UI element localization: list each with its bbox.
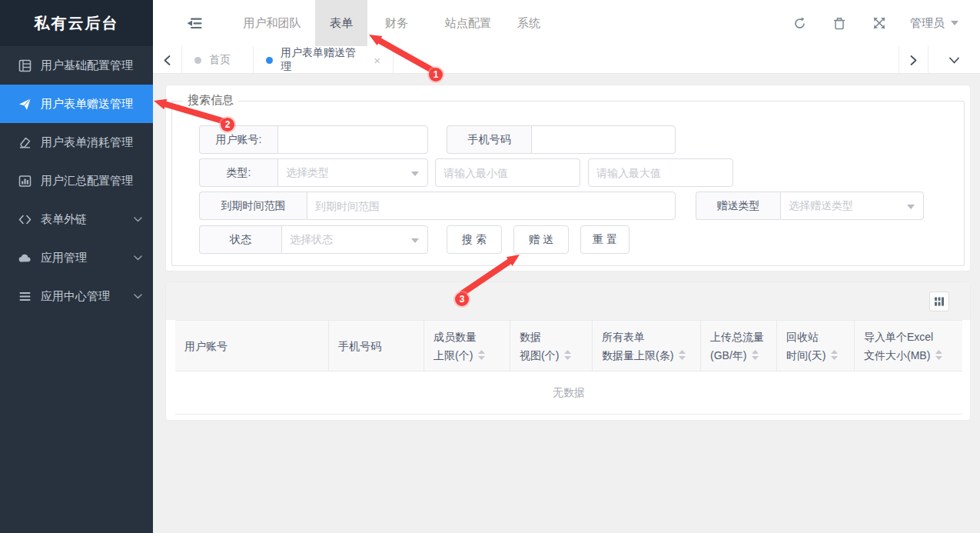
chevron-down-icon (411, 172, 419, 176)
search-fieldset: 搜索信息 用户账号: 手机号码 类型: 选择类型 (171, 101, 965, 266)
chevron-down-icon (411, 238, 419, 243)
sort-icon[interactable] (679, 350, 686, 360)
app-logo: 私有云后台 (0, 0, 153, 46)
nav-label: 系统 (517, 16, 540, 31)
chevron-left-icon (164, 55, 171, 65)
expire-range-input-wrap (307, 192, 676, 220)
sidebar-item-label: 用户表单赠送管理 (41, 97, 133, 112)
nav-item-system[interactable]: 系统 (505, 0, 553, 46)
sort-icon[interactable] (478, 350, 485, 360)
column-subtitle: 视图(个) (520, 346, 559, 365)
menu-fold-icon (187, 18, 202, 29)
trash-button[interactable] (819, 0, 859, 46)
phone-input-wrap (531, 125, 676, 154)
tab-label: 用户表单赠送管理 (281, 46, 364, 74)
tab-home[interactable]: 首页 (182, 46, 254, 74)
tabs-scroll-left-button[interactable] (153, 46, 182, 74)
chevron-down-icon (134, 255, 142, 261)
column-title: 上传总流量 (710, 328, 773, 346)
sidebar-item-user-form-gift[interactable]: 用户表单赠送管理 (0, 85, 153, 123)
column-subtitle: 上限(个) (434, 346, 473, 365)
tabs-scroll-right-button[interactable] (899, 46, 928, 74)
nav-label: 表单 (330, 16, 353, 31)
empty-table-message: 无数据 (175, 371, 962, 415)
code-brackets-icon (18, 213, 32, 226)
phone-label: 手机号码 (447, 125, 531, 154)
nav-item-site-config[interactable]: 站点配置 (434, 0, 503, 46)
sidebar-item-app-center-management[interactable]: 应用中心管理 (0, 277, 153, 315)
search-legend: 搜索信息 (183, 93, 238, 108)
sort-icon[interactable] (752, 350, 759, 360)
tab-user-form-gift[interactable]: 用户表单赠送管理 × (254, 46, 394, 74)
nav-item-users-teams[interactable]: 用户和团队 (230, 0, 314, 46)
cloud-icon (18, 252, 32, 265)
account-input[interactable] (278, 126, 427, 153)
column-header-forms-data-limit: 所有表单 数据量上限(条) (593, 321, 701, 371)
column-header-excel-size: 导入单个Excel 文件大小(MB) (855, 321, 962, 371)
result-table-panel: 用户账号 手机号码 成员数量 上限(个) 数据 视图(个) 所有表单 (165, 281, 971, 421)
type-select[interactable]: 选择类型 (277, 158, 428, 187)
type-label: 类型: (199, 158, 277, 187)
sort-icon[interactable] (831, 350, 838, 360)
column-header-recycle-days: 回收站 时间(天) (777, 321, 855, 371)
sidebar-item-form-external-link[interactable]: 表单外链 (0, 200, 153, 238)
gift-button[interactable]: 赠 送 (513, 225, 569, 254)
sidebar-item-label: 应用中心管理 (41, 289, 110, 304)
fullscreen-button[interactable] (859, 0, 899, 46)
gift-type-select[interactable]: 选择赠送类型 (780, 192, 924, 220)
sidebar-item-label: 表单外链 (41, 212, 87, 227)
reset-button[interactable]: 重 置 (580, 225, 630, 254)
sort-icon[interactable] (564, 350, 571, 360)
expire-range-input[interactable] (307, 192, 675, 219)
sidebar-item-label: 用户表单消耗管理 (41, 135, 133, 150)
trash-icon (833, 17, 845, 30)
column-title: 回收站 (786, 328, 851, 346)
sidebar-item-user-form-consume[interactable]: 用户表单消耗管理 (0, 123, 153, 162)
tab-status-dot (194, 57, 201, 64)
header-actions: 管理员 (779, 0, 980, 46)
column-title: 数据 (520, 328, 589, 346)
menu-lines-icon (18, 290, 32, 303)
column-subtitle: (GB/年) (710, 346, 746, 365)
max-value-input-wrap (588, 158, 733, 187)
gift-type-field-group: 赠送类型 选择赠送类型 (696, 192, 924, 220)
column-subtitle: 文件大小(MB) (864, 346, 930, 365)
eraser-icon (18, 136, 32, 149)
nav-item-forms[interactable]: 表单 (315, 0, 367, 46)
sidebar-item-user-summary-config[interactable]: 用户汇总配置管理 (0, 162, 153, 200)
max-value-input[interactable] (589, 159, 733, 186)
min-value-input[interactable] (436, 159, 580, 186)
sidebar-collapse-button[interactable] (179, 0, 210, 46)
admin-menu[interactable]: 管理员 (899, 0, 980, 46)
refresh-icon (793, 17, 806, 30)
close-icon[interactable]: × (374, 55, 380, 66)
column-header-member-limit: 成员数量 上限(个) (424, 321, 510, 371)
sidebar: 私有云后台 用户基础配置管理 用户表单赠送管理 用户表单消耗管理 (0, 0, 153, 533)
sidebar-item-user-base-config[interactable]: 用户基础配置管理 (0, 46, 153, 85)
column-header-account: 用户账号 (175, 321, 329, 371)
status-select[interactable]: 选择状态 (281, 225, 428, 254)
column-header-phone: 手机号码 (329, 321, 424, 371)
gift-type-select-placeholder: 选择赠送类型 (789, 199, 853, 213)
type-select-placeholder: 选择类型 (286, 166, 329, 180)
expire-range-label: 到期时间范围 (199, 192, 307, 220)
phone-field-group: 手机号码 (447, 125, 676, 154)
columns-icon (934, 296, 945, 307)
nav-item-finance[interactable]: 财务 (373, 0, 420, 46)
paper-plane-icon (18, 98, 32, 111)
phone-input[interactable] (532, 126, 675, 153)
tabs-menu-button[interactable] (928, 46, 980, 74)
chevron-down-icon (949, 57, 959, 64)
table-toolbar (166, 282, 970, 320)
status-label: 状态 (199, 225, 281, 254)
column-settings-button[interactable] (929, 291, 949, 311)
column-title: 手机号码 (338, 337, 420, 355)
ledger-grid-icon (18, 59, 32, 72)
sort-icon[interactable] (935, 350, 942, 360)
sidebar-item-app-management[interactable]: 应用管理 (0, 238, 153, 277)
refresh-button[interactable] (779, 0, 819, 46)
status-field-group: 状态 选择状态 (199, 225, 428, 254)
column-title: 所有表单 (602, 328, 697, 346)
search-button[interactable]: 搜 索 (447, 225, 502, 254)
page-tabs-bar: 首页 用户表单赠送管理 × (153, 46, 980, 74)
